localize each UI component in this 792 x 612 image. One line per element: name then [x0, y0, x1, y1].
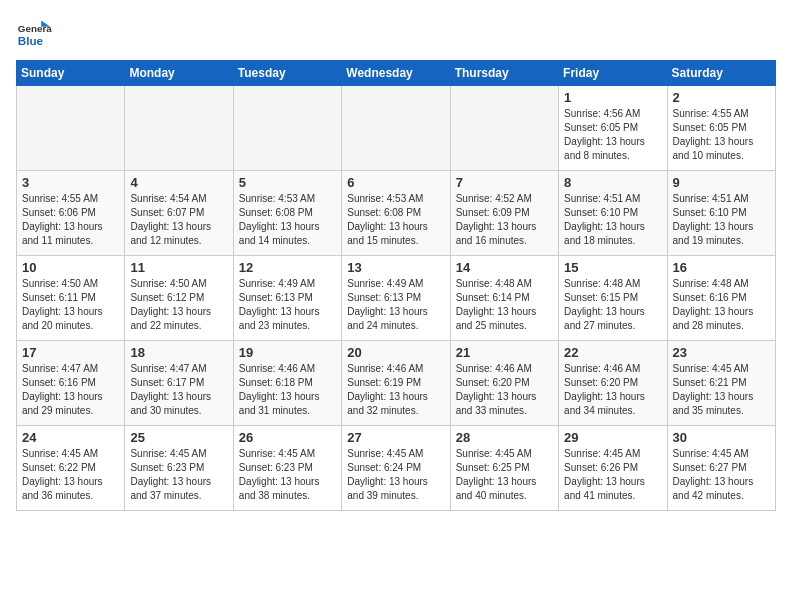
calendar-cell: 24Sunrise: 4:45 AM Sunset: 6:22 PM Dayli…: [17, 426, 125, 511]
day-number: 4: [130, 175, 227, 190]
day-number: 25: [130, 430, 227, 445]
day-info: Sunrise: 4:46 AM Sunset: 6:18 PM Dayligh…: [239, 362, 336, 418]
day-info: Sunrise: 4:53 AM Sunset: 6:08 PM Dayligh…: [347, 192, 444, 248]
calendar-cell: 20Sunrise: 4:46 AM Sunset: 6:19 PM Dayli…: [342, 341, 450, 426]
calendar-cell: 3Sunrise: 4:55 AM Sunset: 6:06 PM Daylig…: [17, 171, 125, 256]
day-number: 11: [130, 260, 227, 275]
calendar-cell: 21Sunrise: 4:46 AM Sunset: 6:20 PM Dayli…: [450, 341, 558, 426]
day-number: 18: [130, 345, 227, 360]
calendar-week-4: 17Sunrise: 4:47 AM Sunset: 6:16 PM Dayli…: [17, 341, 776, 426]
calendar-cell: 22Sunrise: 4:46 AM Sunset: 6:20 PM Dayli…: [559, 341, 667, 426]
day-info: Sunrise: 4:50 AM Sunset: 6:11 PM Dayligh…: [22, 277, 119, 333]
calendar-cell: [233, 86, 341, 171]
day-number: 24: [22, 430, 119, 445]
day-info: Sunrise: 4:54 AM Sunset: 6:07 PM Dayligh…: [130, 192, 227, 248]
calendar-cell: 12Sunrise: 4:49 AM Sunset: 6:13 PM Dayli…: [233, 256, 341, 341]
day-info: Sunrise: 4:55 AM Sunset: 6:06 PM Dayligh…: [22, 192, 119, 248]
day-number: 30: [673, 430, 770, 445]
day-number: 16: [673, 260, 770, 275]
calendar-cell: 13Sunrise: 4:49 AM Sunset: 6:13 PM Dayli…: [342, 256, 450, 341]
day-info: Sunrise: 4:51 AM Sunset: 6:10 PM Dayligh…: [673, 192, 770, 248]
day-number: 9: [673, 175, 770, 190]
calendar-cell: 30Sunrise: 4:45 AM Sunset: 6:27 PM Dayli…: [667, 426, 775, 511]
calendar-cell: 10Sunrise: 4:50 AM Sunset: 6:11 PM Dayli…: [17, 256, 125, 341]
day-info: Sunrise: 4:46 AM Sunset: 6:19 PM Dayligh…: [347, 362, 444, 418]
day-number: 1: [564, 90, 661, 105]
day-number: 2: [673, 90, 770, 105]
day-info: Sunrise: 4:45 AM Sunset: 6:23 PM Dayligh…: [130, 447, 227, 503]
day-header-monday: Monday: [125, 61, 233, 86]
day-header-saturday: Saturday: [667, 61, 775, 86]
day-info: Sunrise: 4:50 AM Sunset: 6:12 PM Dayligh…: [130, 277, 227, 333]
calendar-cell: 26Sunrise: 4:45 AM Sunset: 6:23 PM Dayli…: [233, 426, 341, 511]
calendar-cell: 29Sunrise: 4:45 AM Sunset: 6:26 PM Dayli…: [559, 426, 667, 511]
calendar-cell: 23Sunrise: 4:45 AM Sunset: 6:21 PM Dayli…: [667, 341, 775, 426]
day-info: Sunrise: 4:45 AM Sunset: 6:26 PM Dayligh…: [564, 447, 661, 503]
day-info: Sunrise: 4:46 AM Sunset: 6:20 PM Dayligh…: [564, 362, 661, 418]
calendar-cell: 1Sunrise: 4:56 AM Sunset: 6:05 PM Daylig…: [559, 86, 667, 171]
day-number: 3: [22, 175, 119, 190]
calendar-cell: 18Sunrise: 4:47 AM Sunset: 6:17 PM Dayli…: [125, 341, 233, 426]
svg-text:Blue: Blue: [18, 34, 44, 47]
day-number: 6: [347, 175, 444, 190]
day-number: 29: [564, 430, 661, 445]
day-info: Sunrise: 4:45 AM Sunset: 6:22 PM Dayligh…: [22, 447, 119, 503]
calendar-cell: 8Sunrise: 4:51 AM Sunset: 6:10 PM Daylig…: [559, 171, 667, 256]
day-info: Sunrise: 4:45 AM Sunset: 6:24 PM Dayligh…: [347, 447, 444, 503]
day-number: 21: [456, 345, 553, 360]
day-info: Sunrise: 4:45 AM Sunset: 6:21 PM Dayligh…: [673, 362, 770, 418]
calendar-cell: 2Sunrise: 4:55 AM Sunset: 6:05 PM Daylig…: [667, 86, 775, 171]
day-number: 20: [347, 345, 444, 360]
calendar-cell: 27Sunrise: 4:45 AM Sunset: 6:24 PM Dayli…: [342, 426, 450, 511]
calendar-cell: 11Sunrise: 4:50 AM Sunset: 6:12 PM Dayli…: [125, 256, 233, 341]
day-info: Sunrise: 4:53 AM Sunset: 6:08 PM Dayligh…: [239, 192, 336, 248]
calendar-cell: 6Sunrise: 4:53 AM Sunset: 6:08 PM Daylig…: [342, 171, 450, 256]
day-info: Sunrise: 4:45 AM Sunset: 6:27 PM Dayligh…: [673, 447, 770, 503]
day-info: Sunrise: 4:51 AM Sunset: 6:10 PM Dayligh…: [564, 192, 661, 248]
day-header-thursday: Thursday: [450, 61, 558, 86]
calendar-week-2: 3Sunrise: 4:55 AM Sunset: 6:06 PM Daylig…: [17, 171, 776, 256]
day-header-friday: Friday: [559, 61, 667, 86]
calendar-cell: 15Sunrise: 4:48 AM Sunset: 6:15 PM Dayli…: [559, 256, 667, 341]
day-header-tuesday: Tuesday: [233, 61, 341, 86]
logo-icon: GeneralBlue: [16, 16, 52, 52]
calendar-table: SundayMondayTuesdayWednesdayThursdayFrid…: [16, 60, 776, 511]
calendar-cell: 9Sunrise: 4:51 AM Sunset: 6:10 PM Daylig…: [667, 171, 775, 256]
day-number: 14: [456, 260, 553, 275]
day-info: Sunrise: 4:48 AM Sunset: 6:14 PM Dayligh…: [456, 277, 553, 333]
day-info: Sunrise: 4:48 AM Sunset: 6:15 PM Dayligh…: [564, 277, 661, 333]
calendar-week-1: 1Sunrise: 4:56 AM Sunset: 6:05 PM Daylig…: [17, 86, 776, 171]
day-number: 23: [673, 345, 770, 360]
calendar-cell: [17, 86, 125, 171]
calendar-week-3: 10Sunrise: 4:50 AM Sunset: 6:11 PM Dayli…: [17, 256, 776, 341]
calendar-cell: 5Sunrise: 4:53 AM Sunset: 6:08 PM Daylig…: [233, 171, 341, 256]
calendar-cell: 28Sunrise: 4:45 AM Sunset: 6:25 PM Dayli…: [450, 426, 558, 511]
day-info: Sunrise: 4:45 AM Sunset: 6:25 PM Dayligh…: [456, 447, 553, 503]
day-number: 10: [22, 260, 119, 275]
day-number: 17: [22, 345, 119, 360]
day-info: Sunrise: 4:46 AM Sunset: 6:20 PM Dayligh…: [456, 362, 553, 418]
day-header-sunday: Sunday: [17, 61, 125, 86]
calendar-cell: [342, 86, 450, 171]
calendar-cell: 25Sunrise: 4:45 AM Sunset: 6:23 PM Dayli…: [125, 426, 233, 511]
day-info: Sunrise: 4:52 AM Sunset: 6:09 PM Dayligh…: [456, 192, 553, 248]
day-number: 28: [456, 430, 553, 445]
day-number: 13: [347, 260, 444, 275]
day-number: 15: [564, 260, 661, 275]
calendar-cell: [125, 86, 233, 171]
day-info: Sunrise: 4:47 AM Sunset: 6:16 PM Dayligh…: [22, 362, 119, 418]
calendar-cell: 7Sunrise: 4:52 AM Sunset: 6:09 PM Daylig…: [450, 171, 558, 256]
day-number: 27: [347, 430, 444, 445]
day-number: 12: [239, 260, 336, 275]
calendar-cell: [450, 86, 558, 171]
day-info: Sunrise: 4:47 AM Sunset: 6:17 PM Dayligh…: [130, 362, 227, 418]
logo: GeneralBlue: [16, 16, 52, 52]
calendar-cell: 19Sunrise: 4:46 AM Sunset: 6:18 PM Dayli…: [233, 341, 341, 426]
page-header: GeneralBlue: [16, 16, 776, 52]
calendar-cell: 17Sunrise: 4:47 AM Sunset: 6:16 PM Dayli…: [17, 341, 125, 426]
day-number: 5: [239, 175, 336, 190]
calendar-header-row: SundayMondayTuesdayWednesdayThursdayFrid…: [17, 61, 776, 86]
day-number: 26: [239, 430, 336, 445]
day-header-wednesday: Wednesday: [342, 61, 450, 86]
calendar-cell: 4Sunrise: 4:54 AM Sunset: 6:07 PM Daylig…: [125, 171, 233, 256]
